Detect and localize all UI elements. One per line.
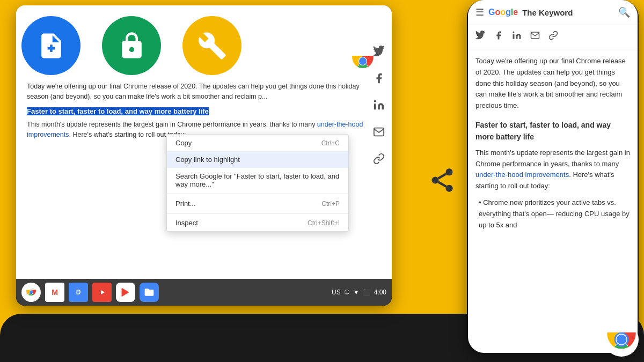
svg-point-4 bbox=[374, 100, 376, 102]
chrome-logo-bottom-right bbox=[604, 322, 639, 357]
svg-marker-9 bbox=[101, 290, 105, 294]
context-menu-copy[interactable]: Copy Ctrl+C bbox=[167, 135, 348, 151]
taskbar-battery: ⬛ bbox=[363, 289, 371, 296]
taskbar-gmail[interactable]: M bbox=[45, 283, 64, 302]
phone-body: This month's update represents the large… bbox=[475, 147, 630, 192]
google-logo: Google bbox=[488, 8, 518, 17]
svg-point-19 bbox=[617, 335, 627, 345]
mail-icon[interactable] bbox=[370, 123, 387, 141]
taskbar-wifi: ▼ bbox=[353, 289, 360, 296]
svg-line-13 bbox=[438, 182, 447, 187]
wrench-svg bbox=[197, 31, 227, 61]
context-menu-search-google[interactable]: Search Google for "Faster to start, fast… bbox=[167, 168, 348, 193]
taskbar-play[interactable] bbox=[116, 283, 135, 302]
phone-header: ☰ Google The Keyword 🔍 bbox=[468, 0, 638, 25]
phone-screen: ☰ Google The Keyword 🔍 bbox=[468, 0, 638, 353]
context-menu-copy-highlight[interactable]: Copy link to highlight bbox=[167, 151, 348, 168]
taskbar-time: 4:00 bbox=[374, 289, 386, 296]
lock-icon bbox=[102, 16, 161, 75]
taskbar-files[interactable] bbox=[140, 283, 159, 302]
context-menu-divider-2 bbox=[167, 213, 348, 213]
context-menu-inspect[interactable]: Inspect Ctrl+Shift+I bbox=[167, 215, 348, 231]
search-google-label: Search Google for "Faster to start, fast… bbox=[175, 172, 340, 188]
twitter-icon[interactable] bbox=[370, 43, 387, 60]
taskbar-network: ① bbox=[344, 289, 350, 296]
phone-bullet-text: • Chrome now prioritizes your active tab… bbox=[475, 197, 630, 231]
copy-label: Copy bbox=[175, 139, 192, 147]
body-part1: This month's update represents the large… bbox=[27, 121, 317, 128]
phone-mail-icon[interactable] bbox=[530, 31, 540, 42]
context-menu-divider-1 bbox=[167, 194, 348, 194]
inspect-shortcut: Ctrl+Shift+I bbox=[308, 219, 340, 227]
document-plus-svg bbox=[36, 31, 66, 61]
right-device-phone: ☰ Google The Keyword 🔍 bbox=[467, 0, 639, 354]
phone-heading: Faster to start, faster to load, and way… bbox=[475, 119, 630, 143]
heading-highlighted-text: Faster to start, faster to load, and way… bbox=[27, 107, 209, 115]
copy-shortcut: Ctrl+C bbox=[321, 139, 340, 147]
chrome-logo-svg bbox=[604, 322, 639, 357]
print-label: Print... bbox=[175, 200, 196, 208]
link-icon[interactable] bbox=[370, 150, 387, 167]
phone-intro-text: Today we're offering up our final Chrome… bbox=[475, 56, 630, 112]
phone-social-row bbox=[468, 25, 638, 48]
phone-facebook-icon[interactable] bbox=[494, 31, 503, 42]
facebook-icon[interactable] bbox=[370, 70, 387, 87]
device-screen: Today we're offering up our final Chrome… bbox=[16, 5, 392, 279]
svg-point-12 bbox=[446, 185, 453, 192]
share-icon-large[interactable] bbox=[428, 166, 456, 196]
taskbar-docs[interactable]: D bbox=[69, 283, 88, 302]
taskbar: M D US ① ▼ ⬛ 4:00 bbox=[16, 279, 392, 306]
svg-point-8 bbox=[30, 291, 33, 294]
taskbar-youtube[interactable] bbox=[92, 283, 112, 302]
svg-point-11 bbox=[432, 177, 439, 184]
svg-point-3 bbox=[359, 57, 367, 65]
svg-point-15 bbox=[513, 32, 515, 33]
taskbar-status: US ① ▼ ⬛ 4:00 bbox=[332, 289, 386, 296]
svg-point-10 bbox=[446, 168, 453, 175]
wrench-icon bbox=[182, 16, 241, 75]
linkedin-icon[interactable] bbox=[370, 97, 387, 114]
hamburger-menu-icon[interactable]: ☰ bbox=[475, 6, 484, 18]
keyword-title: The Keyword bbox=[522, 8, 614, 17]
intro-text: Today we're offering up our final Chrome… bbox=[27, 82, 381, 102]
print-shortcut: Ctrl+P bbox=[321, 200, 340, 208]
phone-content: Today we're offering up our final Chrome… bbox=[468, 48, 638, 238]
taskbar-chrome[interactable] bbox=[21, 283, 41, 302]
phone-linkedin-icon[interactable] bbox=[512, 31, 522, 42]
document-plus-icon bbox=[21, 16, 80, 75]
context-menu-print[interactable]: Print... Ctrl+P bbox=[167, 195, 348, 212]
heading-highlight: Faster to start, faster to load, and way… bbox=[27, 106, 381, 117]
inspect-label: Inspect bbox=[175, 219, 198, 227]
svg-line-14 bbox=[438, 174, 447, 179]
search-icon[interactable]: 🔍 bbox=[618, 6, 630, 18]
taskbar-locale: US bbox=[332, 289, 341, 296]
phone-body-link[interactable]: under-the-hood improvements bbox=[475, 171, 569, 179]
context-menu: Copy Ctrl+C Copy link to highlight Searc… bbox=[166, 134, 349, 232]
icons-row bbox=[16, 5, 392, 82]
lock-svg bbox=[117, 31, 147, 61]
phone-body-part1: This month's update represents the large… bbox=[475, 149, 630, 168]
phone-twitter-icon[interactable] bbox=[475, 31, 485, 42]
phone-link-icon[interactable] bbox=[548, 31, 558, 42]
left-device: Today we're offering up our final Chrome… bbox=[16, 5, 392, 306]
copy-highlight-label: Copy link to highlight bbox=[175, 156, 240, 164]
social-icons-vertical bbox=[370, 43, 387, 167]
